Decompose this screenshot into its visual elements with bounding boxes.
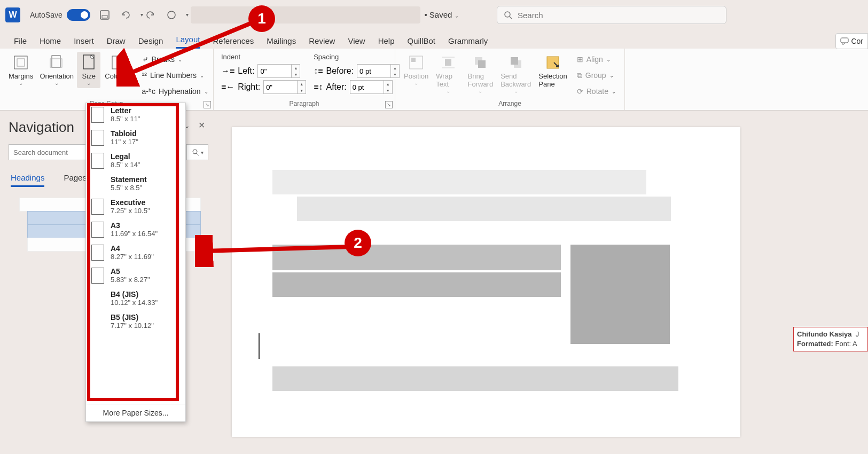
size-name: Tabloid [111, 129, 138, 138]
pagesetup-dialog-icon[interactable]: ↘ [204, 101, 211, 108]
search-input[interactable] [518, 11, 720, 20]
autosave-label: AutoSave [30, 11, 62, 19]
size-option-tabloid[interactable]: Tabloid11" x 17" [86, 126, 185, 149]
spacing-before-icon: ↕≡ [314, 66, 323, 76]
indent-left-label: Left: [238, 66, 254, 76]
nav-close-icon[interactable]: ✕ [198, 120, 205, 130]
svg-rect-11 [112, 56, 118, 69]
size-button[interactable]: Size⌄ [77, 52, 100, 88]
tab-grammarly[interactable]: Grammarly [448, 36, 488, 49]
undo-icon[interactable] [119, 8, 133, 22]
comments-button[interactable]: Cor [835, 33, 868, 49]
spacing-after-label: After: [326, 82, 346, 92]
align-button[interactable]: ⊞Align ⌄ [574, 52, 619, 67]
size-option-a3[interactable]: A311.69" x 16.54" [86, 218, 185, 241]
orientation-button[interactable]: Orientation⌄ [37, 52, 76, 88]
size-name: B4 (JIS) [111, 290, 158, 299]
tab-review[interactable]: Review [309, 36, 335, 49]
spacing-after-stepper[interactable]: ▲▼ [384, 80, 393, 94]
size-option-letter[interactable]: Letter8.5" x 11" [86, 103, 185, 126]
size-option-b4jis[interactable]: B4 (JIS)10.12" x 14.33" [86, 287, 185, 310]
selection-pane-button[interactable]: Selection Pane [535, 52, 570, 90]
page-icon [91, 314, 104, 330]
size-name: Letter [111, 106, 140, 115]
svg-point-23 [193, 150, 197, 154]
wrap-text-button[interactable]: Wrap Text⌄ [433, 52, 463, 96]
size-option-a5[interactable]: A55.83" x 8.27" [86, 264, 185, 287]
page-icon [91, 268, 104, 284]
tab-file[interactable]: File [14, 36, 27, 49]
save-status[interactable]: • Saved ⌄ [425, 10, 459, 19]
margins-button[interactable]: Margins⌄ [5, 52, 36, 88]
size-dimensions: 8.5" x 11" [111, 115, 140, 123]
tab-layout[interactable]: Layout [176, 35, 200, 49]
indent-header: Indent [221, 53, 306, 61]
revision-comment[interactable]: Chifundo Kasiya J Formatted: Font: A [793, 327, 868, 351]
columns-button[interactable]: Columns⌄ [101, 52, 135, 88]
hyphenation-button[interactable]: a‑ᵇcHyphenation ⌄ [139, 84, 212, 99]
indent-left-input[interactable] [257, 64, 292, 78]
page-icon [91, 130, 104, 146]
size-name: Executive [111, 198, 150, 207]
tab-references[interactable]: References [213, 36, 254, 49]
svg-rect-12 [120, 56, 125, 69]
margins-icon [12, 54, 29, 71]
indent-left-stepper[interactable]: ▲▼ [292, 64, 300, 78]
document-title-box[interactable] [191, 6, 420, 24]
page-icon [91, 176, 104, 192]
size-dimensions: 8.5" x 14" [111, 161, 140, 169]
tab-view[interactable]: View [348, 36, 365, 49]
tab-draw[interactable]: Draw [107, 36, 126, 49]
svg-rect-14 [411, 58, 416, 62]
size-name: A3 [111, 221, 158, 230]
size-option-b5jis[interactable]: B5 (JIS)7.17" x 10.12" [86, 310, 185, 333]
paragraph-dialog-icon[interactable]: ↘ [385, 101, 393, 108]
autosave-toggle[interactable] [67, 9, 90, 21]
size-option-a4[interactable]: A48.27" x 11.69" [86, 241, 185, 264]
position-button[interactable]: Position⌄ [401, 52, 432, 88]
rotate-icon: ⟳ [577, 87, 583, 96]
align-icon: ⊞ [577, 55, 583, 64]
search-box[interactable] [497, 6, 726, 24]
rotate-button[interactable]: ⟳Rotate ⌄ [574, 84, 619, 99]
indent-right-stepper[interactable]: ▲▼ [298, 80, 306, 94]
indent-left-icon: →≡ [221, 66, 234, 76]
tab-home[interactable]: Home [40, 36, 61, 49]
ribbon: Margins⌄ Orientation⌄ Size⌄ Columns⌄ ⤶Br… [0, 49, 868, 111]
bring-forward-button[interactable]: Bring Forward⌄ [465, 52, 497, 96]
svg-rect-6 [14, 56, 27, 69]
tab-mailings[interactable]: Mailings [267, 36, 296, 49]
size-name: B5 (JIS) [111, 313, 154, 322]
indent-right-input[interactable] [263, 80, 298, 94]
tab-quillbot[interactable]: QuillBot [408, 36, 436, 49]
more-paper-sizes[interactable]: More Paper Sizes... [86, 404, 185, 421]
qat-customize-icon[interactable]: ▾ [186, 12, 189, 18]
size-option-legal[interactable]: Legal8.5" x 14" [86, 149, 185, 172]
columns-icon [110, 54, 127, 71]
group-button[interactable]: ⧉Group ⌄ [574, 68, 619, 83]
size-option-statement[interactable]: Statement5.5" x 8.5" [86, 172, 185, 195]
nav-search-button[interactable]: ▾ [187, 144, 208, 160]
group-page-setup: Margins⌄ Orientation⌄ Size⌄ Columns⌄ ⤶Br… [0, 49, 214, 110]
size-icon [80, 54, 97, 71]
breaks-button[interactable]: ⤶Breaks ⌄ [139, 52, 212, 67]
tab-design[interactable]: Design [138, 36, 163, 49]
save-icon[interactable] [98, 8, 112, 22]
spacing-before-input[interactable] [357, 64, 391, 78]
tab-insert[interactable]: Insert [74, 36, 94, 49]
svg-rect-5 [841, 38, 848, 43]
size-name: A4 [111, 244, 154, 253]
size-dimensions: 10.12" x 14.33" [111, 299, 158, 307]
send-backward-button[interactable]: Send Backward⌄ [497, 52, 534, 96]
nav-tab-headings[interactable]: Headings [11, 173, 44, 187]
svg-rect-1 [102, 15, 107, 18]
quick-access-icon[interactable] [165, 8, 178, 22]
tab-help[interactable]: Help [378, 36, 395, 49]
spacing-after-icon: ≡↕ [314, 82, 323, 92]
size-option-executive[interactable]: Executive7.25" x 10.5" [86, 195, 185, 218]
spacing-after-input[interactable] [350, 80, 384, 94]
line-numbers-button[interactable]: ¹²Line Numbers ⌄ [139, 68, 212, 83]
nav-tab-pages[interactable]: Pages [64, 173, 87, 187]
redo-icon[interactable] [143, 8, 157, 22]
document-page[interactable] [232, 127, 740, 437]
